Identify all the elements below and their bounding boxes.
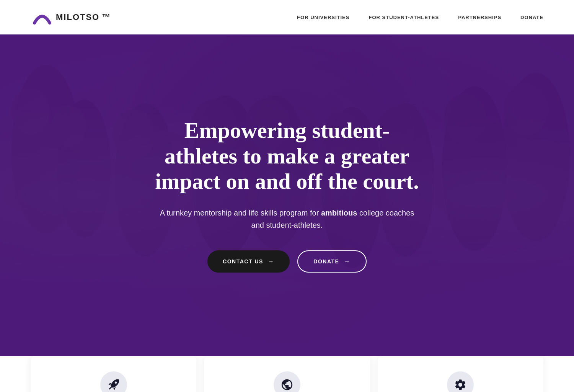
hero-content: Empowering student-athletes to make a gr… bbox=[77, 118, 497, 273]
contact-us-label: CONTACT US bbox=[223, 258, 263, 265]
card-1 bbox=[31, 356, 196, 392]
donate-arrow: → bbox=[344, 258, 351, 265]
donate-button[interactable]: DONATE → bbox=[297, 250, 367, 273]
hero-subtitle-prefix: A turnkey mentorship and life skills pro… bbox=[160, 209, 321, 217]
cards-section bbox=[0, 356, 574, 392]
logo-wordmark: MILOTSO™ bbox=[54, 13, 111, 21]
card-1-icon bbox=[100, 371, 127, 392]
main-nav: FOR UNIVERSITIES FOR STUDENT-ATHLETES PA… bbox=[297, 15, 543, 20]
nav-donate[interactable]: DONATE bbox=[520, 15, 543, 20]
logo-text: MILOTSO bbox=[56, 12, 99, 22]
nav-for-universities[interactable]: FOR UNIVERSITIES bbox=[297, 15, 349, 20]
logo[interactable]: MILOTSO™ bbox=[31, 8, 111, 27]
donate-label: DONATE bbox=[313, 258, 339, 265]
card-2 bbox=[204, 356, 370, 392]
nav-partnerships[interactable]: PARTNERSHIPS bbox=[458, 15, 501, 20]
logo-icon bbox=[31, 8, 54, 27]
contact-us-arrow: → bbox=[268, 258, 275, 265]
hero-title: Empowering student-athletes to make a gr… bbox=[153, 118, 421, 194]
nav-for-student-athletes[interactable]: FOR STUDENT-ATHLETES bbox=[369, 15, 439, 20]
contact-us-button[interactable]: CONTACT US → bbox=[207, 250, 290, 273]
hero-section: Empowering student-athletes to make a gr… bbox=[0, 34, 574, 356]
hero-subtitle: A turnkey mentorship and life skills pro… bbox=[153, 207, 421, 231]
card-2-icon bbox=[274, 371, 300, 392]
header: MILOTSO™ FOR UNIVERSITIES FOR STUDENT-AT… bbox=[0, 0, 574, 34]
card-3-icon bbox=[447, 371, 474, 392]
hero-buttons: CONTACT US → DONATE → bbox=[153, 250, 421, 273]
hero-subtitle-bold: ambitious bbox=[321, 209, 357, 217]
logo-tm: ™ bbox=[102, 12, 111, 22]
card-3 bbox=[378, 356, 543, 392]
